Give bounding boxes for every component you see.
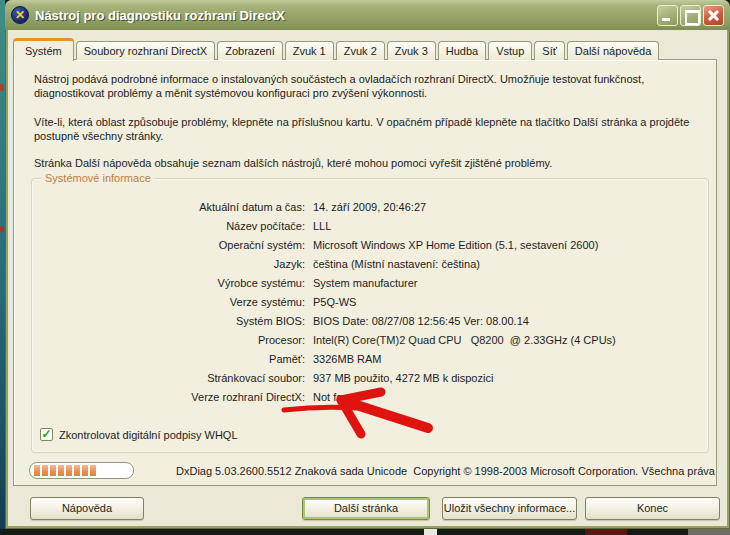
desktop-fragment <box>585 529 627 535</box>
info-value: čeština (Místní nastavení: čeština) <box>305 258 480 277</box>
tab-strip: SystémSoubory rozhraní DirectXZobrazeníZ… <box>13 37 659 60</box>
group-label: Systémové informace <box>41 172 155 185</box>
info-label: Verze rozhraní DirectX: <box>32 391 305 410</box>
progress-segment <box>34 465 40 476</box>
tab-input[interactable]: Vstup <box>488 41 532 60</box>
tab-page-system: Nástroj podává podrobné informace o inst… <box>13 59 717 486</box>
progress-segment <box>74 465 80 476</box>
info-value: Microsoft Windows XP Home Edition (5.1, … <box>305 239 598 258</box>
tab-network[interactable]: Síť <box>534 41 565 60</box>
info-row: Paměť:3326MB RAM <box>32 353 708 372</box>
whql-checkbox-row[interactable]: ✓ Zkontrolovat digitální podpisy WHQL <box>40 428 238 441</box>
info-label: Aktuální datum a čas: <box>32 201 305 220</box>
progress-segment <box>50 465 56 476</box>
desktop-background-bottom <box>0 529 730 535</box>
tab-system[interactable]: Systém <box>13 38 74 61</box>
info-label: Operační systém: <box>32 239 305 258</box>
progress-segment <box>66 465 72 476</box>
progress-segment <box>90 465 96 476</box>
info-label: Verze systému: <box>32 296 305 315</box>
directx-icon: ✕ <box>11 6 29 24</box>
desktop-fragment <box>688 529 730 535</box>
tab-music[interactable]: Hudba <box>438 41 486 60</box>
info-label: Stránkovací soubor: <box>32 372 305 391</box>
system-info-rows: Aktuální datum a čas:14. září 2009, 20:4… <box>32 201 708 410</box>
info-value: Intel(R) Core(TM)2 Quad CPU Q8200 @ 2.33… <box>305 334 616 353</box>
titlebar[interactable]: ✕ Nástroj pro diagnostiku rozhraní Direc… <box>5 0 730 30</box>
intro-paragraph: Víte-li, která oblast způsobuje problémy… <box>34 115 706 143</box>
checkbox-checked-icon[interactable]: ✓ <box>40 428 53 441</box>
progress-bar <box>29 462 134 479</box>
info-value: LLL <box>305 220 331 239</box>
info-label: Procesor: <box>32 334 305 353</box>
info-value: 937 MB použito, 4272 MB k dispozici <box>305 372 493 391</box>
dxdiag-window: ✕ Nástroj pro diagnostiku rozhraní Direc… <box>5 0 730 529</box>
system-information-group: Systémové informace Aktuální datum a čas… <box>31 178 709 453</box>
info-value: P5Q-WS <box>305 296 356 315</box>
info-row: Verze rozhraní DirectX:Not found <box>32 391 708 410</box>
info-row: Název počítače:LLL <box>32 220 708 239</box>
tab-sound3[interactable]: Zvuk 3 <box>387 41 436 60</box>
help-button[interactable]: Nápověda <box>30 497 144 520</box>
info-row: Operační systém:Microsoft Windows XP Hom… <box>32 239 708 258</box>
tab-files[interactable]: Soubory rozhraní DirectX <box>76 41 216 60</box>
intro-paragraph: Nástroj podává podrobné informace o inst… <box>34 72 706 100</box>
info-row: Aktuální datum a čas:14. září 2009, 20:4… <box>32 201 708 220</box>
info-row: Procesor:Intel(R) Core(TM)2 Quad CPU Q82… <box>32 334 708 353</box>
intro-paragraph: Stránka Další nápověda obsahuje seznam d… <box>34 156 706 170</box>
tab-display[interactable]: Zobrazení <box>217 41 283 60</box>
info-label: Systém BIOS: <box>32 315 305 334</box>
progress-segment <box>42 465 48 476</box>
whql-checkbox-label: Zkontrolovat digitální podpisy WHQL <box>59 429 238 441</box>
info-value: BIOS Date: 08/27/08 12:56:45 Ver: 08.00.… <box>305 315 529 334</box>
version-copyright-text: DxDiag 5.03.2600.5512 Znaková sada Unico… <box>176 465 716 477</box>
progress-segments <box>34 465 96 476</box>
info-row: Verze systému:P5Q-WS <box>32 296 708 315</box>
info-value: 14. září 2009, 20:46:27 <box>305 201 426 220</box>
info-label: Výrobce systému: <box>32 277 305 296</box>
desktop-fragment <box>424 529 437 535</box>
tab-sound2[interactable]: Zvuk 2 <box>336 41 385 60</box>
close-button[interactable] <box>703 5 724 26</box>
info-value: 3326MB RAM <box>305 353 381 372</box>
info-value: System manufacturer <box>305 277 418 296</box>
info-row: Jazyk:čeština (Místní nastavení: čeština… <box>32 258 708 277</box>
tab-morehelp[interactable]: Další nápověda <box>567 41 659 60</box>
info-label: Jazyk: <box>32 258 305 277</box>
client-area: SystémSoubory rozhraní DirectXZobrazeníZ… <box>8 30 727 526</box>
info-label: Název počítače: <box>32 220 305 239</box>
exit-button[interactable]: Konec <box>585 497 720 520</box>
info-row: Stránkovací soubor:937 MB použito, 4272 … <box>32 372 708 391</box>
info-label: Paměť: <box>32 353 305 372</box>
info-value: Not found <box>305 391 361 410</box>
info-row: Systém BIOS:BIOS Date: 08/27/08 12:56:45… <box>32 315 708 334</box>
maximize-button[interactable] <box>680 5 701 26</box>
next-page-button[interactable]: Další stránka <box>302 497 430 520</box>
save-all-information-button[interactable]: Uložit všechny informace... <box>442 497 577 520</box>
progress-segment <box>58 465 64 476</box>
tab-sound1[interactable]: Zvuk 1 <box>285 41 334 60</box>
progress-segment <box>82 465 88 476</box>
info-row: Výrobce systému:System manufacturer <box>32 277 708 296</box>
desktop-speck <box>0 226 4 232</box>
desktop-speck <box>0 84 4 91</box>
window-title: Nástroj pro diagnostiku rozhraní DirectX <box>35 8 657 23</box>
minimize-button[interactable] <box>657 5 678 26</box>
